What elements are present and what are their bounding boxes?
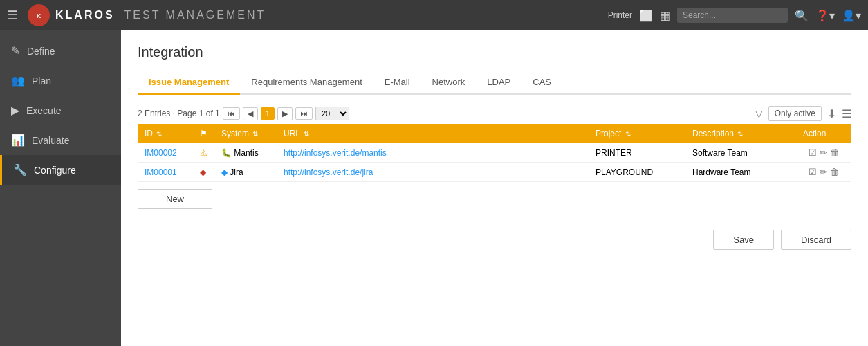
brand: ☰ K KLAROS TEST MANAGEMENT	[7, 4, 266, 26]
prev-page-btn[interactable]: ◀	[243, 107, 258, 120]
sidebar-item-define[interactable]: ✎ Define	[0, 36, 121, 66]
page-title: Integration	[138, 44, 851, 60]
next-page-btn[interactable]: ▶	[277, 107, 293, 120]
pagination-controls: 2 Entries · Page 1 of 1 ⏮ ◀ 1 ▶ ⏭ 20 50 …	[138, 107, 349, 120]
cell-project: PRINTER	[589, 143, 685, 163]
cell-action: ☑ ✏ 🗑	[796, 163, 851, 182]
tab-network[interactable]: Network	[421, 71, 477, 95]
brand-name: KLAROS	[55, 9, 115, 21]
tab-email[interactable]: E-Mail	[373, 71, 421, 95]
table-row: IM00001 ◆ ◆ Jira http://infosys.verit.de…	[138, 163, 851, 182]
discard-button[interactable]: Discard	[781, 230, 851, 250]
navbar-right: Printer ⬜ ▦ 🔍 ❓▾ 👤▾	[608, 8, 861, 23]
sidebar-item-execute[interactable]: ▶ Execute	[0, 95, 121, 125]
col-header-id: ID ⇅	[138, 124, 193, 143]
help-icon[interactable]: ❓▾	[815, 9, 835, 22]
save-button[interactable]: Save	[713, 230, 774, 250]
tab-ldap[interactable]: LDAP	[476, 71, 521, 95]
cell-action: ☑ ✏ 🗑	[796, 143, 851, 163]
action-delete-btn[interactable]: 🗑	[830, 167, 839, 177]
brand-logo: K	[28, 4, 50, 26]
sidebar-label-define: Define	[27, 46, 55, 57]
cell-id: IM00002	[138, 143, 193, 163]
navbar: ☰ K KLAROS TEST MANAGEMENT Printer ⬜ ▦ 🔍…	[0, 0, 868, 30]
sidebar-label-execute: Execute	[26, 105, 62, 116]
cell-warning: ◆	[193, 163, 214, 182]
tabs-bar: Issue Management Requirements Management…	[138, 71, 851, 95]
tab-cas[interactable]: CAS	[521, 71, 562, 95]
svg-text:K: K	[37, 12, 41, 19]
pagination-info: 2 Entries · Page 1 of 1	[138, 109, 220, 118]
cell-url: http://infosys.verit.de/mantis	[277, 143, 589, 163]
list-view-icon[interactable]: ☰	[842, 107, 851, 120]
sidebar-item-plan[interactable]: 👥 Plan	[0, 66, 121, 95]
last-page-btn[interactable]: ⏭	[295, 107, 313, 120]
cell-warning: ⚠	[193, 143, 214, 163]
page-size-select[interactable]: 20 50 100	[315, 107, 349, 120]
sidebar-label-plan: Plan	[32, 75, 51, 86]
action-edit-btn[interactable]: ✏	[820, 147, 827, 158]
cell-id: IM00001	[138, 163, 193, 182]
printer-icon2[interactable]: ▦	[660, 9, 670, 22]
tab-requirements-management[interactable]: Requirements Management	[240, 71, 373, 95]
cell-system: ◆ Jira	[214, 163, 277, 182]
layout: ✎ Define 👥 Plan ▶ Execute 📊 Evaluate 🔧 C…	[0, 30, 868, 346]
new-button[interactable]: New	[138, 189, 212, 209]
plan-icon: 👥	[11, 74, 25, 87]
printer-icon1[interactable]: ⬜	[639, 9, 653, 22]
table-row: IM00002 ⚠ 🐛 Mantis http://infosys.verit.…	[138, 143, 851, 163]
col-header-action: Action	[796, 124, 851, 143]
col-header-description: Description ⇅	[685, 124, 796, 143]
hamburger-icon[interactable]: ☰	[7, 8, 18, 23]
cell-description: Software Team	[685, 143, 796, 163]
export-icon[interactable]: ⬇	[827, 107, 836, 120]
action-edit-btn[interactable]: ✏	[820, 167, 827, 177]
brand-subtitle: TEST MANAGEMENT	[124, 9, 266, 21]
col-header-flag: ⚑	[193, 124, 214, 143]
data-table: ID ⇅ ⚑ System ⇅ URL ⇅ Project ⇅ Descript…	[138, 124, 851, 182]
filter-icon[interactable]: ▽	[755, 108, 763, 119]
search-input[interactable]	[677, 8, 788, 23]
action-check-btn[interactable]: ☑	[809, 167, 817, 177]
main-content: Integration Issue Management Requirement…	[121, 30, 868, 346]
cell-project: PLAYGROUND	[589, 163, 685, 182]
sidebar-label-configure: Configure	[34, 165, 76, 176]
tab-issue-management[interactable]: Issue Management	[138, 71, 240, 95]
cell-url: http://infosys.verit.de/jira	[277, 163, 589, 182]
right-controls: ▽ Only active ⬇ ☰	[755, 106, 851, 121]
cell-system: 🐛 Mantis	[214, 143, 277, 163]
configure-icon: 🔧	[13, 163, 27, 176]
table-controls: 2 Entries · Page 1 of 1 ⏮ ◀ 1 ▶ ⏭ 20 50 …	[138, 106, 851, 121]
cell-description: Hardware Team	[685, 163, 796, 182]
define-icon: ✎	[11, 44, 20, 57]
first-page-btn[interactable]: ⏮	[223, 107, 240, 120]
execute-icon: ▶	[11, 104, 19, 117]
col-header-project: Project ⇅	[589, 124, 685, 143]
only-active-button[interactable]: Only active	[768, 106, 822, 121]
sidebar-label-evaluate: Evaluate	[32, 135, 69, 146]
user-icon[interactable]: 👤▾	[842, 9, 861, 22]
action-delete-btn[interactable]: 🗑	[830, 147, 839, 158]
current-page-btn[interactable]: 1	[261, 107, 275, 120]
sidebar-item-configure[interactable]: 🔧 Configure	[0, 155, 121, 185]
col-header-system: System ⇅	[214, 124, 277, 143]
evaluate-icon: 📊	[11, 134, 25, 147]
search-icon[interactable]: 🔍	[795, 9, 809, 22]
printer-label: Printer	[608, 10, 632, 20]
bottom-actions: Save Discard	[138, 223, 851, 250]
sidebar-item-evaluate[interactable]: 📊 Evaluate	[0, 125, 121, 155]
sidebar: ✎ Define 👥 Plan ▶ Execute 📊 Evaluate 🔧 C…	[0, 30, 121, 346]
action-check-btn[interactable]: ☑	[809, 147, 817, 158]
col-header-url: URL ⇅	[277, 124, 589, 143]
